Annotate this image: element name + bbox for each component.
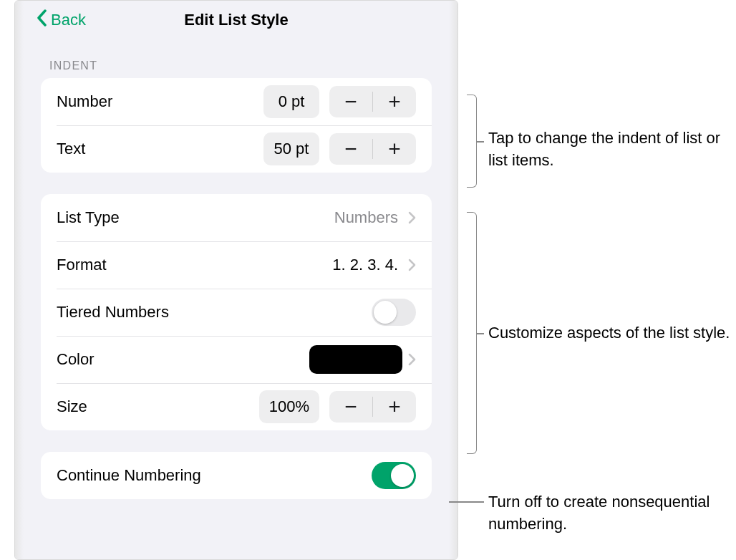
- indent-group: Number 0 pt − + Text 50 pt − +: [41, 78, 432, 173]
- indent-number-stepper: − +: [329, 86, 416, 117]
- continue-numbering-toggle[interactable]: [372, 462, 416, 489]
- color-swatch: [309, 345, 402, 374]
- continue-group: Continue Numbering: [41, 452, 432, 499]
- format-value: 1. 2. 3. 4.: [332, 256, 398, 274]
- page-title: Edit List Style: [184, 11, 288, 29]
- nav-bar: Back Edit List Style: [24, 1, 449, 39]
- indent-text-stepper: − +: [329, 133, 416, 165]
- callout-continue: Turn off to create nonsequential numberi…: [488, 491, 736, 536]
- chevron-right-icon: [408, 259, 416, 271]
- indent-text-label: Text: [57, 140, 263, 158]
- color-label: Color: [57, 350, 309, 369]
- section-header-indent: INDENT: [24, 39, 449, 78]
- list-type-row[interactable]: List Type Numbers: [41, 194, 432, 241]
- callout-bracket: [467, 95, 477, 188]
- list-type-value: Numbers: [334, 208, 398, 227]
- indent-number-label: Number: [57, 92, 263, 111]
- style-group: List Type Numbers Format 1. 2. 3. 4. Tie…: [41, 194, 432, 430]
- indent-text-row: Text 50 pt − +: [41, 125, 432, 173]
- indent-number-value: 0 pt: [263, 85, 319, 118]
- continue-numbering-label: Continue Numbering: [57, 466, 372, 485]
- indent-text-increment-button[interactable]: +: [373, 133, 416, 165]
- callout-line: [477, 333, 484, 334]
- callout-indent: Tap to change the indent of list or list…: [488, 127, 736, 172]
- indent-number-increment-button[interactable]: +: [373, 86, 416, 117]
- list-type-label: List Type: [57, 208, 334, 227]
- indent-text-decrement-button[interactable]: −: [329, 133, 372, 165]
- size-label: Size: [57, 397, 259, 416]
- chevron-left-icon: [37, 9, 51, 31]
- color-row[interactable]: Color: [41, 336, 432, 383]
- size-value: 100%: [259, 390, 319, 423]
- edit-list-style-panel: Back Edit List Style INDENT Number 0 pt …: [14, 0, 458, 560]
- tiered-numbers-row: Tiered Numbers: [41, 289, 432, 336]
- indent-text-value: 50 pt: [263, 132, 319, 165]
- size-decrement-button[interactable]: −: [329, 391, 372, 423]
- back-button[interactable]: Back: [37, 9, 86, 31]
- chevron-right-icon: [408, 353, 416, 366]
- size-increment-button[interactable]: +: [373, 391, 416, 423]
- back-label: Back: [51, 11, 86, 29]
- chevron-right-icon: [408, 211, 416, 224]
- callout-line: [477, 141, 484, 143]
- size-row: Size 100% − +: [41, 383, 432, 430]
- continue-numbering-row: Continue Numbering: [41, 452, 432, 499]
- callout-style: Customize aspects of the list style.: [488, 322, 730, 344]
- size-stepper: − +: [329, 391, 416, 423]
- indent-number-decrement-button[interactable]: −: [329, 86, 372, 117]
- format-label: Format: [57, 256, 332, 274]
- format-row[interactable]: Format 1. 2. 3. 4.: [41, 241, 432, 289]
- tiered-numbers-toggle[interactable]: [372, 299, 416, 326]
- tiered-numbers-label: Tiered Numbers: [57, 303, 372, 322]
- indent-number-row: Number 0 pt − +: [41, 78, 432, 125]
- callout-bracket: [467, 212, 477, 454]
